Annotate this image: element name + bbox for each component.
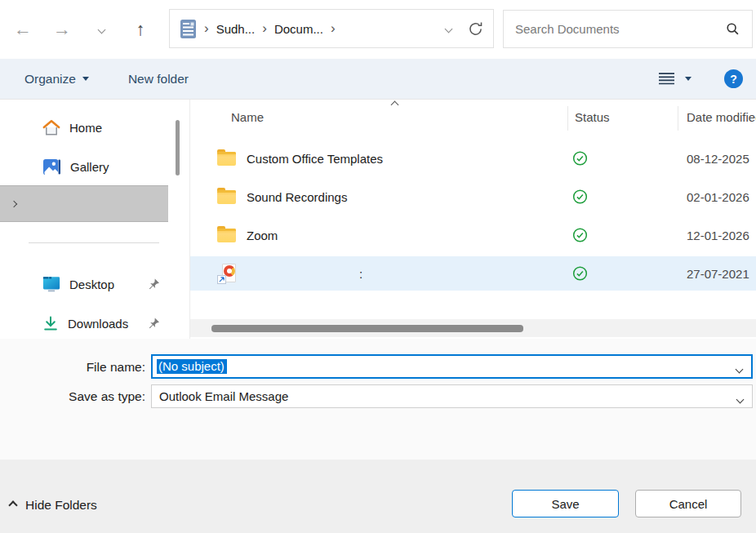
navigation-bar: ← → ↑ › Sudh... › Docum... › [0,0,756,59]
recent-locations-button[interactable] [82,12,121,47]
synced-check-icon [572,228,588,243]
search-box [503,10,753,48]
file-row-selected-mail-file[interactable]: : 27-07-2021 [190,256,756,291]
file-name-label: File name: [0,360,145,375]
downloads-icon [42,315,59,331]
command-toolbar: Organize New folder ? [0,59,756,100]
save-as-type-value: Outlook Email Message [159,389,288,403]
breadcrumb-separator: › [262,21,267,37]
file-name-section: File name: (No subject) Save as type: Ou… [0,339,756,460]
hide-folders-label: Hide Folders [25,498,97,513]
file-row-sound-recordings[interactable]: Sound Recordings 02-01-2026 [190,180,756,214]
search-icon[interactable] [726,22,740,36]
chevron-up-icon [8,500,17,509]
synced-check-icon [572,266,588,282]
navigation-pane: Home Gallery Desktop Downloads [0,100,189,339]
sidebar-item-downloads[interactable]: Downloads [0,305,168,341]
file-list: Name Status Date modified Custom Office … [189,100,756,339]
nav-buttons: ← → ↑ [3,0,160,59]
search-input[interactable] [504,22,726,36]
sidebar-divider [29,242,159,243]
pin-icon [148,278,160,291]
sidebar-item-desktop[interactable]: Desktop [0,266,168,302]
address-bar[interactable]: › Sudh... › Docum... › [169,9,494,48]
horizontal-scrollbar-thumb[interactable] [211,325,523,332]
sidebar-item-label: Home [69,121,102,135]
sidebar-item-label: Downloads [68,317,128,331]
synced-check-icon [572,151,588,167]
folder-icon [217,229,236,242]
chevron-down-icon[interactable] [736,366,744,374]
save-as-type-label: Save as type: [0,389,145,404]
file-name: Sound Recordings [247,190,347,204]
file-name: Custom Office Templates [247,152,383,166]
file-row-zoom[interactable]: Zoom 12-01-2026 [190,218,756,252]
file-name: : [359,267,362,281]
synced-check-icon [572,189,588,205]
cancel-button[interactable]: Cancel [635,490,741,517]
mail-shortcut-file-icon [217,263,236,285]
breadcrumb-separator: › [331,21,336,37]
organize-label: Organize [24,72,76,87]
list-view-icon[interactable] [659,73,674,85]
breadcrumb-item-documents[interactable]: Docum... [274,22,323,36]
sidebar-item-redacted[interactable] [0,185,168,222]
pin-icon [148,318,160,330]
file-name-input[interactable]: (No subject) [151,354,753,379]
breadcrumb-item-user[interactable]: Sudh... [216,22,256,36]
file-row-custom-office-templates[interactable]: Custom Office Templates 08-12-2025 [190,141,756,175]
file-name-selected-text: (No subject) [157,359,227,374]
save-button[interactable]: Save [512,490,619,517]
chevron-down-icon [97,25,105,33]
file-date-modified: 08-12-2025 [687,152,749,166]
address-dropdown-icon[interactable] [445,24,453,33]
forward-button[interactable]: → [42,12,82,47]
hide-folders-button[interactable]: Hide Folders [10,498,97,513]
dialog-footer: Hide Folders Save Cancel [0,460,756,533]
file-date-modified: 12-01-2026 [687,229,749,242]
file-date-modified: 02-01-2026 [687,190,749,204]
sidebar-scrollbar[interactable] [176,120,180,175]
view-options-caret-icon[interactable] [685,77,692,81]
organize-menu-button[interactable]: Organize [24,72,89,87]
column-header-status[interactable]: Status [575,110,610,124]
folder-icon [217,152,236,166]
file-name: Zoom [247,229,278,242]
sort-ascending-icon [391,101,399,109]
breadcrumb-separator: › [204,21,209,37]
sidebar-item-gallery[interactable]: Gallery [0,149,168,184]
file-date-modified: 27-07-2021 [687,267,749,281]
sidebar-item-label: Gallery [70,160,109,174]
column-divider[interactable] [567,106,568,131]
desktop-icon [42,276,60,292]
new-folder-button[interactable]: New folder [128,72,189,87]
shortcut-arrow-icon [217,275,226,284]
sidebar-item-home[interactable]: Home [0,109,168,145]
column-header-name[interactable]: Name [231,110,264,124]
sidebar-item-label: Desktop [69,278,114,291]
column-header-date-modified[interactable]: Date modified [687,110,756,124]
save-as-dialog: ← → ↑ › Sudh... › Docum... › [0,0,756,533]
chevron-down-icon[interactable] [736,395,745,403]
up-button[interactable]: ↑ [121,12,160,47]
back-button[interactable]: ← [3,12,42,47]
gallery-icon [42,158,61,175]
column-divider[interactable] [678,106,678,131]
chevron-right-icon[interactable] [11,200,17,207]
folder-icon [217,190,236,204]
horizontal-scrollbar[interactable] [190,319,756,337]
home-icon [42,119,60,136]
documents-icon [180,19,197,39]
refresh-icon[interactable] [468,21,483,37]
file-list-header: Name Status Date modified [190,100,756,135]
help-button[interactable]: ? [724,69,743,88]
dropdown-caret-icon [82,77,89,81]
save-as-type-select[interactable]: Outlook Email Message [151,384,753,408]
